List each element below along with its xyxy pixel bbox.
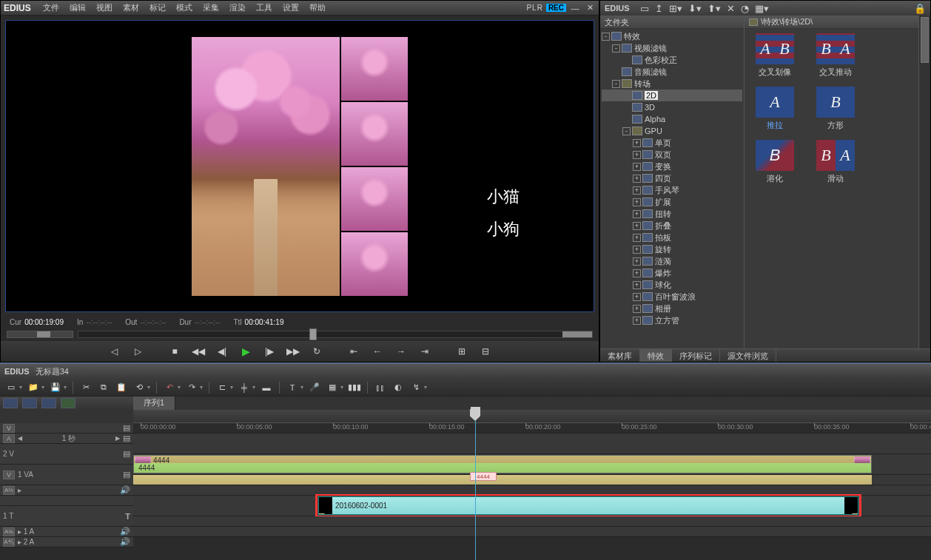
track-header-scale[interactable]: A◀1 秒▶▤: [0, 434, 133, 444]
track-header-a1[interactable]: A¾▸ 1 A🔊: [0, 527, 133, 537]
undo-icon[interactable]: ↶: [163, 382, 176, 394]
effect-item[interactable]: AB交叉划像: [749, 33, 801, 78]
trim-icon[interactable]: ⊏: [215, 382, 229, 394]
track-area[interactable]: 序列1 00:00:00:0000:00:05:0000:00:10:0000:…: [133, 397, 931, 560]
tree-item[interactable]: 2D: [602, 90, 742, 101]
tree-item[interactable]: +涟漪: [602, 255, 742, 267]
menu-mode[interactable]: 模式: [172, 1, 197, 15]
tree-item[interactable]: 3D: [602, 101, 742, 113]
scrub-handle[interactable]: [309, 328, 317, 340]
preview-viewer[interactable]: 小猫 小狗: [5, 20, 594, 312]
tree-item[interactable]: +拍板: [602, 232, 742, 243]
menu-settings[interactable]: 设置: [278, 1, 303, 15]
new-seq-icon[interactable]: ▭: [4, 382, 18, 394]
next-frame-button[interactable]: |▶: [261, 344, 278, 359]
expand-icon[interactable]: ▤: [123, 423, 130, 433]
mixer-icon[interactable]: ⫿⫿: [374, 382, 387, 394]
speaker-icon[interactable]: 🔊: [120, 485, 130, 495]
lock-icon[interactable]: 🔒: [914, 3, 926, 14]
track-va1[interactable]: 4444 4444: [133, 454, 931, 475]
tree-item[interactable]: +旋转: [602, 243, 742, 255]
mode-plr[interactable]: PLR: [526, 4, 542, 12]
effects-grid[interactable]: AB交叉划像BA交叉推动A推拉B方形B溶化BA滑动: [745, 29, 918, 348]
tree-item[interactable]: -转场: [602, 78, 742, 90]
track-va1-ext[interactable]: 4444: [133, 475, 931, 485]
prev-frame-button[interactable]: ◀|: [214, 344, 230, 359]
prev-edit-button[interactable]: ⇤: [346, 344, 362, 359]
clip-va[interactable]: 4444 4444: [133, 455, 872, 473]
filter-icon[interactable]: ◔: [741, 3, 749, 14]
title-icon[interactable]: T: [286, 382, 299, 394]
tick-row[interactable]: 00:00:00:0000:00:05:0000:00:10:0000:00:1…: [133, 423, 931, 434]
clip-title[interactable]: 20160602-0001: [318, 496, 858, 515]
tree-item[interactable]: +相册: [602, 303, 742, 314]
effect-item[interactable]: B溶化: [749, 140, 801, 184]
up-icon[interactable]: ↥: [655, 3, 663, 14]
delete-icon[interactable]: ✕: [727, 3, 735, 14]
tc-ttl[interactable]: 00:00:41:19: [245, 318, 284, 326]
mode-ripple-icon[interactable]: [61, 398, 75, 408]
menu-file[interactable]: 文件: [38, 1, 64, 15]
right-nudge-button[interactable]: →: [393, 344, 409, 359]
color-icon[interactable]: ◐: [391, 382, 405, 394]
track-header-a2[interactable]: A⅘▸ 2 A🔊: [0, 537, 133, 547]
sequence-tab[interactable]: 序列1: [133, 397, 175, 410]
menu-edit[interactable]: 编辑: [65, 1, 90, 15]
play-button[interactable]: ▶: [238, 344, 254, 359]
tc-dur[interactable]: --:--:--:--: [195, 318, 221, 326]
track-header-v-patch[interactable]: V▤: [0, 423, 133, 434]
track-t1[interactable]: 20160602-0001: [133, 496, 931, 516]
export-icon[interactable]: ↯: [409, 382, 423, 394]
menu-clip[interactable]: 素材: [118, 1, 144, 15]
menu-render[interactable]: 渲染: [225, 1, 250, 15]
mode-trim-icon[interactable]: [22, 398, 37, 408]
menu-capture[interactable]: 采集: [198, 1, 223, 15]
render-icon[interactable]: ▦: [326, 382, 339, 394]
tab-markers[interactable]: 序列标记: [672, 349, 720, 362]
open-icon[interactable]: 📁: [27, 382, 40, 394]
playhead[interactable]: [475, 420, 476, 560]
rewind-button[interactable]: ◀◀: [190, 344, 206, 359]
track-header-va1[interactable]: V1 VA▤: [0, 465, 133, 485]
tree-item[interactable]: +扭转: [602, 208, 742, 220]
next-edit-button[interactable]: ⇥: [417, 344, 433, 359]
track-header-v2[interactable]: 2 V▤: [0, 444, 133, 465]
tree-icon[interactable]: ⊞▾: [669, 3, 682, 14]
effect-item[interactable]: B方形: [810, 87, 861, 131]
tree-item[interactable]: +手风琴: [602, 184, 742, 196]
set-in-button[interactable]: ◁: [106, 344, 122, 359]
redo-icon[interactable]: ↷: [185, 382, 198, 394]
mode-rec[interactable]: REC: [546, 4, 566, 12]
copy-icon[interactable]: ⧉: [97, 382, 110, 394]
tree-item[interactable]: -视频滤镜: [602, 42, 742, 54]
delete-gap-icon[interactable]: ▬: [260, 382, 273, 394]
scrub-bar[interactable]: [78, 331, 593, 338]
tree-item[interactable]: +变换: [602, 161, 742, 172]
marker-icon[interactable]: ▮▮▮: [348, 382, 361, 394]
tree-item[interactable]: +立方管: [602, 314, 742, 326]
track-a1[interactable]: [133, 516, 931, 527]
effect-item[interactable]: BA交叉推动: [810, 33, 861, 78]
tree-item[interactable]: -GPU: [602, 125, 742, 137]
menu-tools[interactable]: 工具: [252, 1, 277, 15]
tree-item[interactable]: +双页: [602, 149, 742, 161]
tc-out[interactable]: --:--:--:--: [140, 318, 166, 326]
import-icon[interactable]: ⬇▾: [688, 3, 702, 14]
set-out-button[interactable]: ▷: [130, 344, 146, 359]
shuttle-control[interactable]: [7, 331, 73, 338]
menu-view[interactable]: 视图: [92, 1, 117, 15]
stop-button[interactable]: ■: [167, 344, 183, 359]
close-button[interactable]: ✕: [584, 3, 596, 13]
left-nudge-button[interactable]: ←: [369, 344, 386, 359]
tree-item[interactable]: +四页: [602, 172, 742, 184]
save-icon[interactable]: 💾: [49, 382, 62, 394]
tree-item[interactable]: +扩展: [602, 196, 742, 208]
video-icon[interactable]: ▤: [123, 449, 130, 459]
minimize-button[interactable]: —: [569, 3, 581, 13]
cut-icon[interactable]: ✂: [79, 382, 93, 394]
tab-effects[interactable]: 特效: [640, 349, 672, 362]
tree-item[interactable]: +单页: [602, 137, 742, 149]
tab-library[interactable]: 素材库: [600, 349, 640, 362]
voiceover-icon[interactable]: 🎤: [308, 382, 321, 394]
fforward-button[interactable]: ▶▶: [285, 344, 301, 359]
